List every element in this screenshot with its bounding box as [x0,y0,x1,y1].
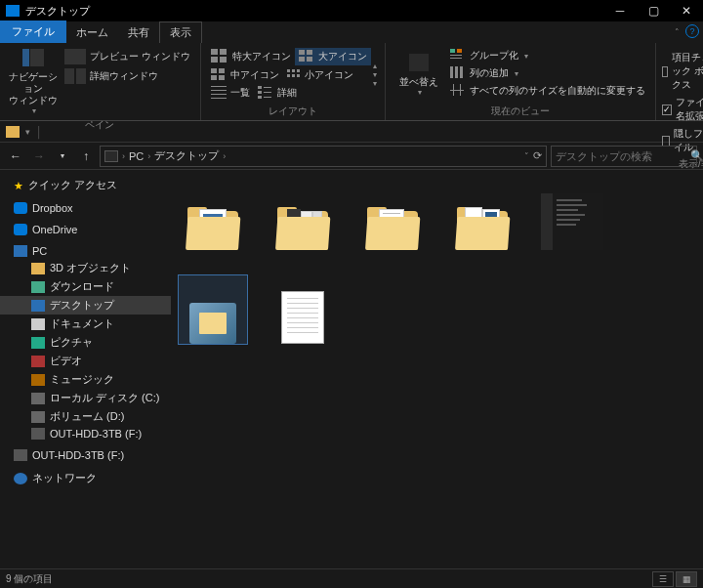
file-item-settings[interactable] [538,182,606,250]
tree-3d-objects[interactable]: 3D オブジェクト [0,259,171,277]
file-item-folder[interactable] [179,182,247,250]
folder-icon [186,203,240,250]
checkbox-checked-icon: ✓ [662,105,672,115]
ribbon-group-current-view: 並べ替え ▾ グループ化▾ 列の追加▾ すべての列のサイズを自動的に変更する 現… [386,43,656,120]
tree-music[interactable]: ミュージック [0,370,171,389]
ribbon-collapse-icon[interactable]: ˄ [675,27,680,37]
tree-desktop[interactable]: デスクトップ [0,296,171,315]
external-drive-icon [14,449,27,461]
sort-icon [409,54,429,71]
small-icons-icon [287,69,301,81]
help-icon[interactable]: ? [685,24,699,38]
layout-small-button[interactable]: 小アイコン [283,67,357,83]
tree-dropbox[interactable]: Dropbox [0,200,171,216]
file-list[interactable] [171,170,703,568]
address-bar[interactable]: › PC › デスクトップ › ˅ ⟳ [100,146,547,167]
navigation-pane-button[interactable]: ナビゲーション ウィンドウ ▾ [6,46,61,116]
layout-medium-button[interactable]: 中アイコン [207,67,283,83]
details-pane-label: 詳細ウィンドウ [90,69,158,83]
pc-icon [104,150,118,162]
breadcrumb-desktop[interactable]: デスクトップ [154,148,219,163]
back-button[interactable]: ← [6,147,25,166]
tree-volume-d[interactable]: ボリューム (D:) [0,407,171,426]
address-dropdown-icon[interactable]: ˅ [524,151,529,161]
maximize-button[interactable]: ▢ [637,0,670,21]
preview-pane-button[interactable]: プレビュー ウィンドウ [61,48,194,65]
folder-icon [365,203,420,250]
sort-button[interactable]: 並べ替え ▾ [392,46,446,103]
layout-more-icon[interactable]: ▾ [373,79,377,88]
layout-scroll-up-icon[interactable]: ▴ [373,62,377,70]
ribbon-group-pane-label: ペイン [6,116,194,134]
chevron-right-icon[interactable]: › [147,151,150,161]
refresh-icon[interactable]: ⟳ [533,149,542,162]
autosize-columns-button[interactable]: すべての列のサイズを自動的に変更する [446,83,649,99]
list-icon [211,86,227,100]
dropbox-icon [14,202,27,214]
layout-large-button[interactable]: 大アイコン [295,48,371,65]
search-box[interactable]: 🔍 [551,146,697,167]
tree-out-hdd-f-root[interactable]: OUT-HDD-3TB (F:) [0,447,171,463]
file-item-folder[interactable] [269,182,337,250]
pc-icon [14,245,27,257]
group-by-button[interactable]: グループ化▾ [446,48,649,63]
drive-icon [31,411,45,423]
autosize-icon [450,84,466,98]
tree-network[interactable]: ネットワーク [0,469,171,487]
tab-share[interactable]: 共有 [118,22,159,43]
details-pane-button[interactable]: 詳細ウィンドウ [61,67,194,85]
navigation-tree: ★クイック アクセス Dropbox OneDrive PC 3D オブジェクト… [0,170,171,568]
tree-videos[interactable]: ビデオ [0,352,171,370]
details-icon [258,86,273,100]
tab-view[interactable]: 表示 [159,21,202,43]
search-input[interactable] [556,150,690,162]
checkbox-item-checkboxes[interactable]: 項目チェック ボックス [662,50,703,93]
view-icons-button[interactable]: ▦ [676,571,697,587]
file-item-text-document[interactable] [269,275,337,344]
tab-home[interactable]: ホーム [66,22,118,43]
ribbon-group-current-view-label: 現在のビュー [392,103,649,120]
tree-onedrive[interactable]: OneDrive [0,222,171,237]
layout-list-button[interactable]: 一覧 [207,85,254,101]
file-item-folder[interactable] [358,182,427,250]
tree-pc[interactable]: PC [0,243,171,259]
minimize-button[interactable]: ─ [603,0,637,21]
checkbox-icon [662,66,668,77]
close-button[interactable]: ✕ [670,0,703,21]
history-dropdown-icon[interactable]: ▾ [53,147,72,166]
preview-pane-icon [64,49,86,64]
qat-dropdown-icon[interactable]: ▾ [25,127,30,137]
layout-extra-large-button[interactable]: 特大アイコン [207,48,295,65]
onedrive-icon [14,224,27,235]
add-columns-button[interactable]: 列の追加▾ [446,65,649,81]
checkbox-file-extensions[interactable]: ✓ファイル名拡張子 [662,95,703,124]
star-icon: ★ [14,180,23,191]
layout-scroll-down-icon[interactable]: ▾ [373,70,377,79]
chevron-right-icon[interactable]: › [122,151,125,161]
window-icon [6,5,20,17]
file-item-windows-folder[interactable] [179,275,247,344]
preview-pane-label: プレビュー ウィンドウ [90,50,190,63]
tree-local-disk-c[interactable]: ローカル ディスク (C:) [0,389,171,407]
breadcrumb-pc[interactable]: PC [129,150,144,162]
chevron-right-icon[interactable]: › [223,151,226,161]
file-item-folder[interactable] [448,182,517,250]
tree-out-hdd-f[interactable]: OUT-HDD-3TB (F:) [0,426,171,441]
up-button[interactable]: ↑ [76,147,96,166]
forward-button[interactable]: → [29,147,49,166]
details-pane-icon [64,68,86,84]
tab-file[interactable]: ファイル [0,21,66,43]
body: ★クイック アクセス Dropbox OneDrive PC 3D オブジェクト… [0,170,703,568]
layout-details-button[interactable]: 詳細 [254,85,301,101]
desktop-icon [31,300,45,312]
extra-large-icons-icon [211,49,228,64]
tree-pictures[interactable]: ピクチャ [0,333,171,352]
tree-quick-access[interactable]: ★クイック アクセス [0,176,171,194]
tree-downloads[interactable]: ダウンロード [0,277,171,296]
search-icon[interactable]: 🔍 [690,149,703,162]
text-document-icon [281,291,324,344]
folder-icon [275,203,330,250]
network-icon [14,473,27,484]
tree-documents[interactable]: ドキュメント [0,315,171,333]
view-details-button[interactable]: ☰ [652,571,674,587]
